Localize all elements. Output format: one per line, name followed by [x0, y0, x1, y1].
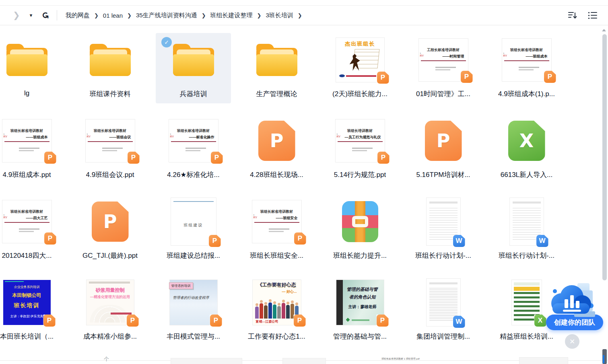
ppt-badge-icon: P: [211, 152, 223, 164]
file-tile[interactable]: P5.16TPM培训材...: [406, 114, 481, 184]
file-tile[interactable]: 班组长能力提升...: [322, 195, 398, 265]
file-icon-area: P: [72, 195, 148, 249]
ppt-badge-icon: P: [127, 315, 139, 327]
ppt-cover-thumbnail: ›RY 工段长标准培训教材——时间管理 P: [419, 39, 468, 81]
folder-icon: [173, 44, 214, 76]
file-tile[interactable]: W班组长行动计划-...: [489, 195, 564, 265]
file-tile[interactable]: ›RY 班组长标准培训教材——班组成本 P4.9班组成本(1).p...: [489, 33, 564, 103]
ppt-cover-thumbnail: 管理的基础与管者的角色认知 主讲：廖雄老师P: [336, 280, 384, 325]
breadcrumb-item[interactable]: 35生产线培训资料沟通: [136, 12, 197, 19]
refresh-icon[interactable]: ↻: [40, 12, 50, 19]
file-icon-area: W: [406, 195, 481, 249]
scrollbar-up-arrow[interactable]: [602, 29, 606, 31]
excel-sheet-thumbnail: X: [512, 280, 542, 325]
sort-icon[interactable]: [568, 11, 577, 19]
file-label: (2天)班组长能力...: [332, 89, 387, 99]
promo-close-button[interactable]: ✕: [565, 334, 579, 349]
file-label: GC_TJI.(最終).ppt: [82, 251, 138, 260]
file-label: 班组建设总结报...: [167, 251, 220, 260]
history-dropdown-icon[interactable]: ▼: [29, 13, 33, 18]
file-label: 4.26★标准化培...: [167, 170, 220, 179]
file-tile[interactable]: W集团培训管理制...: [406, 276, 481, 346]
folder-tile[interactable]: lg: [0, 33, 64, 103]
ppt-cover-thumbnail: ›RY 班组长标准培训教材——标准化操作 P: [169, 119, 218, 162]
ppt-cover-thumbnail: 杰出班组长 P: [336, 38, 384, 82]
file-tile[interactable]: 企业业务系列培训本田制锁公司 班长培训主讲：李政韶 伊东克美P本田班长培训（..…: [0, 276, 64, 346]
file-tile[interactable]: ›RY 班组长标准培训教材——班组会议 P4.9班组会议.ppt: [72, 114, 148, 184]
file-icon-area: [156, 33, 231, 87]
file-tile[interactable]: P4.28班组长现场...: [239, 114, 314, 184]
ppt-badge-icon: P: [210, 315, 222, 327]
toolbar-divider: [57, 10, 57, 21]
cloud-chart-icon[interactable]: [546, 280, 598, 320]
forward-icon[interactable]: ❯: [13, 10, 20, 20]
partial-thumbnail-logo: 个: [104, 356, 108, 363]
file-tile[interactable]: ›RY 班组长标准培训教材——标准化操作 P4.26★标准化培...: [156, 114, 231, 184]
file-tile[interactable]: 管理者的培训管理者的行动改变程序P丰田模式管理与...: [156, 276, 231, 346]
ppt-badge-icon: P: [128, 152, 140, 164]
file-tile[interactable]: 杰出班组长 P(2天)班组长能力...: [322, 33, 398, 103]
file-tile[interactable]: ›RY 工段长标准培训教材——时间管理 P01时间管理》工...: [406, 33, 481, 103]
folder-icon: [6, 44, 47, 76]
file-icon-area: 班组建设P: [156, 195, 231, 249]
ppt-cover-thumbnail: 企业业务系列培训本田制锁公司 班长培训主讲：李政韶 伊东克美P: [3, 280, 51, 325]
file-label: 4.9班组成本(1).p...: [498, 89, 555, 99]
file-label: lg: [24, 89, 29, 97]
breadcrumb-item[interactable]: 我的网盘: [66, 12, 90, 19]
folder-icon: [90, 44, 131, 76]
ppt-badge-icon: P: [294, 315, 306, 327]
file-tile[interactable]: 班组建设P班组建设总结报...: [156, 195, 231, 265]
ppt-badge-icon: P: [294, 232, 306, 245]
folder-tile[interactable]: ✓兵器培训: [156, 33, 231, 103]
file-icon-area: 企业业务系列培训本田制锁公司 班长培训主讲：李政韶 伊东克美P: [0, 276, 64, 329]
ppt-badge-icon: P: [461, 71, 473, 83]
file-tile[interactable]: ›RY 班组长培训教材—员工行为规范与礼仪 P5.14行为规范.ppt: [322, 114, 398, 184]
file-icon-area: [322, 195, 398, 249]
breadcrumb-separator-icon: ❯: [127, 12, 132, 19]
file-icon-area: [72, 33, 148, 87]
folder-tile[interactable]: 班组课件资料: [72, 33, 148, 103]
file-icon-area: P: [239, 114, 314, 168]
file-icon-area: [239, 33, 314, 87]
file-icon-area: 《工作要有好心态— 好心... 富维—江森公司P: [239, 276, 314, 329]
file-tile[interactable]: 《工作要有好心态— 好心... 富维—江森公司P工作要有好心态1...: [239, 276, 314, 346]
ppt-cover-thumbnail: ›RY 班组长标准培训教材——班组会议 P: [86, 119, 135, 162]
file-tile[interactable]: 管理的基础与管者的角色认知 主讲：廖雄老师P管理的基础与管...: [322, 276, 398, 346]
rar-archive-icon: [342, 201, 378, 242]
file-label: 班组长行动计划-...: [499, 251, 554, 260]
file-icon-area: ›RY 班组长培训教材—员工行为规范与礼仪 P: [322, 114, 398, 168]
toolbar: ❯ ▼ ↻ 我的网盘❯01 lean❯35生产线培训资料沟通❯班组长建设整理❯3…: [0, 6, 608, 25]
word-doc-thumbnail: W: [427, 279, 460, 326]
file-label: 丰田模式管理与...: [167, 332, 220, 341]
ppt-badge-icon: P: [377, 72, 389, 84]
partial-thumbnail: [519, 357, 568, 364]
file-icon-area: ›RY 班组长标准培训教材——班组成本 P: [489, 33, 564, 87]
file-tile[interactable]: X6613L新人导入...: [489, 114, 564, 184]
file-icon-area: [0, 33, 64, 87]
file-icon-area: ›RY 班组长标准培训教材——标准化操作 P: [156, 114, 231, 168]
breadcrumb-item[interactable]: 3班长培训: [266, 12, 293, 19]
breadcrumb-separator-icon: ❯: [298, 12, 302, 19]
scrollbar-thumb[interactable]: [602, 34, 607, 280]
ppt-badge-icon: P: [43, 315, 56, 327]
breadcrumb-separator-icon: ❯: [94, 12, 99, 19]
word-doc-thumbnail: W: [427, 198, 460, 245]
file-label: 6613L新人导入...: [501, 170, 552, 179]
word-doc-thumbnail: W: [510, 198, 544, 245]
scrollbar-bottom-piece[interactable]: [602, 349, 607, 364]
file-label: 20120418四大...: [2, 251, 52, 260]
list-view-icon[interactable]: [588, 11, 598, 19]
file-tile[interactable]: W班组长行动计划-...: [406, 195, 481, 265]
word-badge-icon: W: [453, 316, 465, 328]
folder-tile[interactable]: 生产管理概论: [239, 33, 314, 103]
file-tile[interactable]: ›RY 班组长标准培训教材——班组成本 P4.9班组成本.ppt: [0, 114, 64, 184]
file-label: 班组长班组安全...: [250, 251, 303, 260]
partial-thumbnail: [171, 358, 242, 364]
file-tile[interactable]: PGC_TJI.(最終).ppt: [72, 195, 148, 265]
file-tile[interactable]: ›RY 班组长标准培训教材——四大工艺 P20120418四大...: [0, 195, 64, 265]
breadcrumb-item[interactable]: 01 lean: [103, 12, 123, 19]
team-promo: 创建你的团队 ✕: [546, 280, 598, 349]
file-tile[interactable]: ›RY 班组长标准培训教材——班组安全 P班组长班组安全...: [239, 195, 314, 265]
file-tile[interactable]: 砂浆用量控制—精准化管理方法的运用 P成本精准小组参...: [72, 276, 148, 346]
breadcrumb-item[interactable]: 班组长建设整理: [210, 12, 253, 19]
